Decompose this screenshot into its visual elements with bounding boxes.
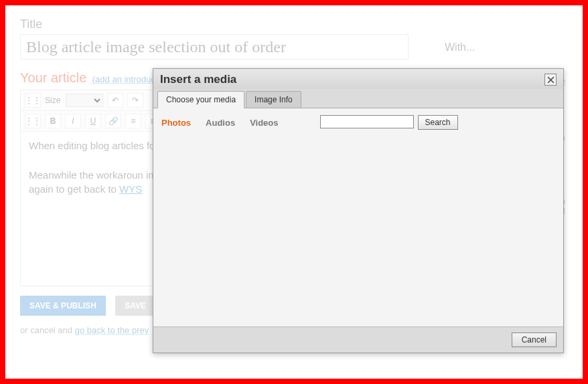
save-button[interactable]: SAVE: [115, 296, 155, 316]
article-section-title: Your article: [20, 70, 86, 85]
media-type-nav: Photos Audios Videos Search: [161, 115, 555, 130]
modal-footer: Cancel: [153, 326, 563, 353]
numbered-list-icon[interactable]: ≡: [125, 114, 141, 128]
search-button[interactable]: Search: [418, 115, 458, 130]
cancel-prefix: or cancel and: [20, 325, 75, 335]
underline-icon[interactable]: U: [85, 114, 101, 128]
wys-link[interactable]: WYS: [119, 183, 142, 195]
redo-icon[interactable]: ↷: [127, 93, 143, 108]
media-type-videos[interactable]: Videos: [250, 118, 278, 128]
tab-choose-media[interactable]: Choose your media: [157, 91, 244, 108]
link-icon[interactable]: 🔗: [105, 114, 121, 128]
size-label: Size: [45, 96, 60, 105]
media-type-photos[interactable]: Photos: [161, 118, 191, 128]
editor-drag-handle-icon: ⋮⋮: [25, 93, 41, 108]
go-back-link[interactable]: go back to the prev: [75, 325, 149, 335]
modal-titlebar: Insert a media: [153, 69, 563, 89]
search-input[interactable]: [320, 115, 414, 128]
modal-title: Insert a media: [160, 73, 236, 86]
size-select[interactable]: [66, 94, 103, 107]
italic-icon[interactable]: I: [65, 114, 81, 128]
save-publish-button[interactable]: SAVE & PUBLISH: [20, 296, 106, 316]
modal-body: Photos Audios Videos Search: [153, 108, 563, 326]
tab-image-info[interactable]: Image Info: [246, 91, 301, 108]
bold-icon[interactable]: B: [45, 114, 61, 128]
editor-drag-handle-icon: ⋮⋮: [25, 114, 41, 128]
title-input[interactable]: [20, 34, 409, 60]
title-label: Title: [20, 17, 568, 31]
undo-icon[interactable]: ↶: [107, 93, 123, 108]
media-type-audios[interactable]: Audios: [206, 118, 235, 128]
cancel-button[interactable]: Cancel: [512, 332, 557, 347]
with-input[interactable]: [445, 39, 565, 56]
close-icon[interactable]: [544, 74, 557, 86]
add-intro-link[interactable]: (add an introduc: [92, 74, 155, 84]
modal-tabs: Choose your media Image Info: [153, 90, 563, 108]
insert-media-modal: Insert a media Choose your media Image I…: [153, 68, 564, 353]
